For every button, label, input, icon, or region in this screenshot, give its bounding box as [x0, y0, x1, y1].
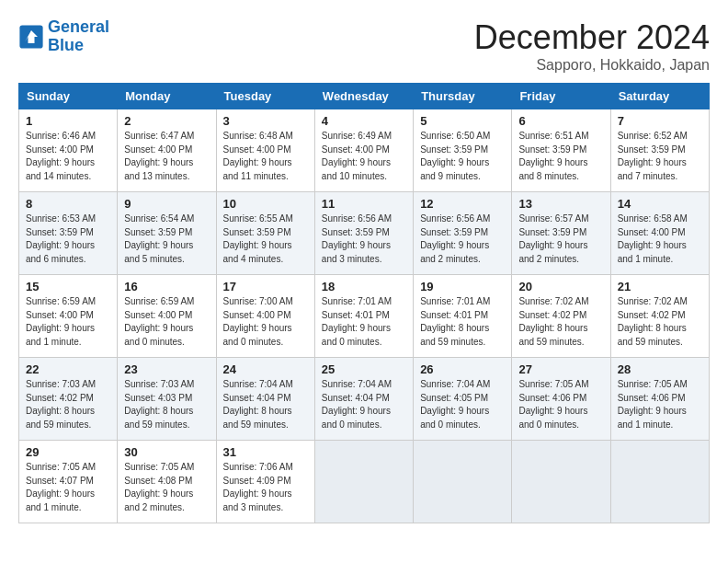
day-cell: 9Sunrise: 6:54 AM Sunset: 3:59 PM Daylig…: [118, 192, 216, 275]
day-info: Sunrise: 7:01 AM Sunset: 4:01 PM Dayligh…: [322, 295, 406, 349]
col-header-thursday: Thursday: [414, 84, 512, 109]
day-info: Sunrise: 6:47 AM Sunset: 4:00 PM Dayligh…: [124, 130, 209, 183]
day-info: Sunrise: 6:55 AM Sunset: 3:59 PM Dayligh…: [223, 213, 308, 266]
day-number: 5: [420, 114, 505, 128]
day-info: Sunrise: 7:05 AM Sunset: 4:08 PM Dayligh…: [124, 461, 209, 514]
day-info: Sunrise: 6:59 AM Sunset: 4:00 PM Dayligh…: [26, 295, 110, 349]
day-info: Sunrise: 6:49 AM Sunset: 4:00 PM Dayligh…: [322, 130, 406, 183]
col-header-sunday: Sunday: [19, 84, 118, 109]
week-row-3: 15Sunrise: 6:59 AM Sunset: 4:00 PM Dayli…: [19, 275, 710, 358]
day-number: 6: [518, 114, 603, 128]
day-cell: [610, 441, 709, 523]
day-info: Sunrise: 7:05 AM Sunset: 4:07 PM Dayligh…: [26, 461, 110, 514]
day-cell: 4Sunrise: 6:49 AM Sunset: 4:00 PM Daylig…: [314, 109, 413, 192]
day-number: 15: [26, 280, 110, 293]
day-cell: 30Sunrise: 7:05 AM Sunset: 4:08 PM Dayli…: [118, 441, 216, 523]
day-number: 29: [26, 445, 110, 459]
day-number: 16: [124, 280, 209, 293]
day-cell: 3Sunrise: 6:48 AM Sunset: 4:00 PM Daylig…: [216, 109, 314, 192]
day-number: 25: [322, 362, 406, 376]
day-number: 17: [223, 280, 308, 293]
col-header-friday: Friday: [512, 84, 610, 109]
day-number: 8: [26, 197, 110, 211]
day-info: Sunrise: 7:03 AM Sunset: 4:03 PM Dayligh…: [124, 378, 209, 431]
day-number: 22: [26, 362, 110, 376]
logo-text: General Blue: [48, 18, 109, 55]
day-info: Sunrise: 7:04 AM Sunset: 4:05 PM Dayligh…: [420, 378, 505, 431]
day-cell: 18Sunrise: 7:01 AM Sunset: 4:01 PM Dayli…: [314, 275, 413, 358]
month-title: December 2024: [474, 18, 710, 57]
col-header-saturday: Saturday: [610, 84, 709, 109]
day-cell: 8Sunrise: 6:53 AM Sunset: 3:59 PM Daylig…: [19, 192, 118, 275]
day-cell: 16Sunrise: 6:59 AM Sunset: 4:00 PM Dayli…: [118, 275, 216, 358]
day-info: Sunrise: 6:52 AM Sunset: 3:59 PM Dayligh…: [618, 130, 702, 183]
logo-icon: [18, 24, 44, 50]
day-cell: 24Sunrise: 7:04 AM Sunset: 4:04 PM Dayli…: [216, 358, 314, 441]
week-row-5: 29Sunrise: 7:05 AM Sunset: 4:07 PM Dayli…: [19, 441, 710, 523]
week-row-2: 8Sunrise: 6:53 AM Sunset: 3:59 PM Daylig…: [19, 192, 710, 275]
day-cell: 14Sunrise: 6:58 AM Sunset: 4:00 PM Dayli…: [610, 192, 709, 275]
day-number: 26: [420, 362, 505, 376]
day-cell: 21Sunrise: 7:02 AM Sunset: 4:02 PM Dayli…: [610, 275, 709, 358]
day-info: Sunrise: 7:05 AM Sunset: 4:06 PM Dayligh…: [618, 378, 702, 431]
day-cell: 23Sunrise: 7:03 AM Sunset: 4:03 PM Dayli…: [118, 358, 216, 441]
day-info: Sunrise: 6:54 AM Sunset: 3:59 PM Dayligh…: [124, 213, 209, 266]
day-number: 23: [124, 362, 209, 376]
day-cell: 7Sunrise: 6:52 AM Sunset: 3:59 PM Daylig…: [610, 109, 709, 192]
day-number: 3: [223, 114, 308, 128]
day-number: 21: [618, 280, 702, 293]
day-number: 1: [26, 114, 110, 128]
day-cell: 1Sunrise: 6:46 AM Sunset: 4:00 PM Daylig…: [19, 109, 118, 192]
day-cell: 29Sunrise: 7:05 AM Sunset: 4:07 PM Dayli…: [19, 441, 118, 523]
day-info: Sunrise: 6:56 AM Sunset: 3:59 PM Dayligh…: [322, 213, 406, 266]
day-info: Sunrise: 6:57 AM Sunset: 3:59 PM Dayligh…: [518, 213, 603, 266]
day-cell: 20Sunrise: 7:02 AM Sunset: 4:02 PM Dayli…: [512, 275, 610, 358]
day-cell: 17Sunrise: 7:00 AM Sunset: 4:00 PM Dayli…: [216, 275, 314, 358]
page-header: General Blue December 2024 Sapporo, Hokk…: [18, 18, 710, 74]
day-info: Sunrise: 7:05 AM Sunset: 4:06 PM Dayligh…: [518, 378, 603, 431]
day-info: Sunrise: 7:06 AM Sunset: 4:09 PM Dayligh…: [223, 461, 308, 514]
day-cell: 10Sunrise: 6:55 AM Sunset: 3:59 PM Dayli…: [216, 192, 314, 275]
day-number: 31: [223, 445, 308, 459]
day-info: Sunrise: 6:50 AM Sunset: 3:59 PM Dayligh…: [420, 130, 505, 183]
day-number: 14: [618, 197, 702, 211]
day-cell: 6Sunrise: 6:51 AM Sunset: 3:59 PM Daylig…: [512, 109, 610, 192]
day-number: 2: [124, 114, 209, 128]
day-cell: 12Sunrise: 6:56 AM Sunset: 3:59 PM Dayli…: [414, 192, 512, 275]
day-number: 30: [124, 445, 209, 459]
title-block: December 2024 Sapporo, Hokkaido, Japan: [474, 18, 710, 74]
col-header-tuesday: Tuesday: [216, 84, 314, 109]
day-cell: 11Sunrise: 6:56 AM Sunset: 3:59 PM Dayli…: [314, 192, 413, 275]
day-info: Sunrise: 7:02 AM Sunset: 4:02 PM Dayligh…: [618, 295, 702, 349]
day-number: 18: [322, 280, 406, 293]
header-row: SundayMondayTuesdayWednesdayThursdayFrid…: [19, 84, 710, 109]
day-number: 12: [420, 197, 505, 211]
day-info: Sunrise: 6:51 AM Sunset: 3:59 PM Dayligh…: [518, 130, 603, 183]
day-number: 7: [618, 114, 702, 128]
day-cell: [314, 441, 413, 523]
day-cell: [512, 441, 610, 523]
location: Sapporo, Hokkaido, Japan: [474, 57, 710, 74]
day-cell: 5Sunrise: 6:50 AM Sunset: 3:59 PM Daylig…: [414, 109, 512, 192]
day-info: Sunrise: 7:00 AM Sunset: 4:00 PM Dayligh…: [223, 295, 308, 349]
day-info: Sunrise: 6:56 AM Sunset: 3:59 PM Dayligh…: [420, 213, 505, 266]
day-info: Sunrise: 7:01 AM Sunset: 4:01 PM Dayligh…: [420, 295, 505, 349]
day-number: 24: [223, 362, 308, 376]
calendar-table: SundayMondayTuesdayWednesdayThursdayFrid…: [18, 83, 710, 523]
day-cell: 31Sunrise: 7:06 AM Sunset: 4:09 PM Dayli…: [216, 441, 314, 523]
day-number: 4: [322, 114, 406, 128]
day-number: 20: [518, 280, 603, 293]
day-number: 28: [618, 362, 702, 376]
day-number: 11: [322, 197, 406, 211]
day-info: Sunrise: 6:59 AM Sunset: 4:00 PM Dayligh…: [124, 295, 209, 349]
week-row-4: 22Sunrise: 7:03 AM Sunset: 4:02 PM Dayli…: [19, 358, 710, 441]
day-number: 19: [420, 280, 505, 293]
day-info: Sunrise: 7:04 AM Sunset: 4:04 PM Dayligh…: [223, 378, 308, 431]
day-cell: 28Sunrise: 7:05 AM Sunset: 4:06 PM Dayli…: [610, 358, 709, 441]
day-number: 27: [518, 362, 603, 376]
day-cell: [414, 441, 512, 523]
day-cell: 15Sunrise: 6:59 AM Sunset: 4:00 PM Dayli…: [19, 275, 118, 358]
day-cell: 2Sunrise: 6:47 AM Sunset: 4:00 PM Daylig…: [118, 109, 216, 192]
day-cell: 27Sunrise: 7:05 AM Sunset: 4:06 PM Dayli…: [512, 358, 610, 441]
day-info: Sunrise: 6:58 AM Sunset: 4:00 PM Dayligh…: [618, 213, 702, 266]
